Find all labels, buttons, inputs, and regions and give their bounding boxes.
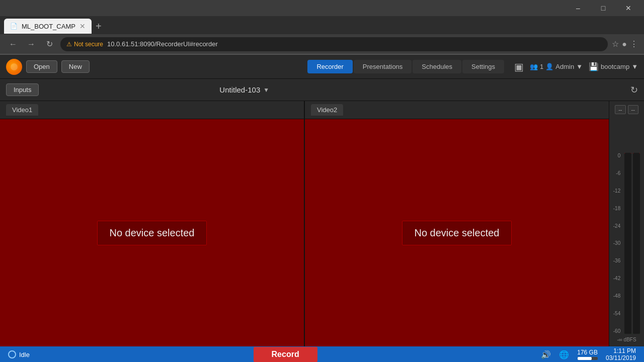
- tab-close-icon[interactable]: ✕: [79, 22, 86, 30]
- video2-no-device-box: No device selected: [402, 221, 512, 245]
- nav-server[interactable]: 💾 bootcamp ▼: [589, 62, 638, 71]
- inputs-button[interactable]: Inputs: [6, 83, 39, 96]
- tab-bar: 📄 ML_BOOT_CAMP ✕ +: [0, 16, 644, 34]
- vu-scale-60: -60: [613, 328, 620, 334]
- admin-dropdown-icon: ▼: [576, 63, 583, 70]
- video1-tab: Video1: [0, 101, 304, 119]
- address-url: 10.0.61.51:8090/RecorderUI#recorder: [107, 40, 218, 48]
- back-button[interactable]: ←: [6, 37, 20, 51]
- browser-chrome: – □ ✕ 📄 ML_BOOT_CAMP ✕ + ← → ↻ ⚠ Not sec…: [0, 0, 644, 55]
- vu-scale-6: -6: [613, 170, 620, 176]
- address-icons: ☆ ● ⋮: [612, 39, 638, 49]
- vu-bar-right: [633, 153, 640, 334]
- volume-icon[interactable]: 🔊: [541, 350, 551, 359]
- tab-favicon-icon: 📄: [10, 23, 18, 30]
- status-right: 🔊 🌐 176 GB 1:11 PM 03/11/2019: [541, 347, 636, 361]
- video1-no-device-box: No device selected: [97, 221, 207, 245]
- tab-settings[interactable]: Settings: [462, 60, 504, 73]
- title-bar: – □ ✕: [0, 0, 644, 16]
- video1-tab-label[interactable]: Video1: [6, 104, 38, 116]
- nav-tabs: Recorder Presentations Schedules Setting…: [307, 60, 504, 73]
- date-label: 03/11/2019: [606, 354, 636, 361]
- video2-no-device-text: No device selected: [415, 227, 500, 238]
- globe-icon[interactable]: 🌐: [559, 350, 569, 359]
- storage-info: 176 GB: [577, 349, 598, 360]
- recording-title: Untitled-103: [219, 85, 260, 94]
- vu-scale-0: 0: [613, 153, 620, 158]
- refresh-button[interactable]: ↻: [630, 84, 638, 96]
- top-nav: Open New Recorder Presentations Schedule…: [0, 55, 644, 79]
- video1-section: Video1 No device selected: [0, 101, 305, 346]
- user-icon: 👤: [545, 63, 553, 70]
- vu-controls: -- --: [615, 105, 638, 114]
- title-dropdown[interactable]: Untitled-103 ▼: [219, 85, 269, 94]
- bookmark-icon[interactable]: ☆: [612, 39, 619, 49]
- status-bar: Idle Record 🔊 🌐 176 GB 1:11 PM 03/11/201…: [0, 346, 644, 362]
- vu-bar-right-mask: [633, 153, 640, 334]
- idle-label: Idle: [19, 351, 30, 358]
- video1-display: No device selected: [0, 119, 304, 346]
- storage-fill: [578, 357, 592, 360]
- app: Open New Recorder Presentations Schedule…: [0, 55, 644, 362]
- server-dropdown-icon: ▼: [631, 63, 638, 70]
- tab-recorder[interactable]: Recorder: [307, 60, 352, 73]
- recorder-area: Inputs Untitled-103 ▼ ↻ Video1 No device…: [0, 79, 644, 346]
- video-vu-container: Video1 No device selected Video2: [0, 101, 644, 346]
- video2-section: Video2 No device selected: [305, 101, 609, 346]
- app-logo: [6, 59, 22, 75]
- vu-scale-36: -36: [613, 258, 620, 263]
- minimize-button[interactable]: –: [567, 0, 590, 16]
- vu-scale-30: -30: [613, 240, 620, 246]
- tab-presentations[interactable]: Presentations: [354, 60, 412, 73]
- forward-button[interactable]: →: [24, 37, 38, 51]
- address-field[interactable]: ⚠ Not secure 10.0.61.51:8090/RecorderUI#…: [60, 37, 608, 51]
- video2-tab: Video2: [305, 101, 609, 119]
- vu-scale-48: -48: [613, 293, 620, 299]
- open-button[interactable]: Open: [26, 60, 57, 73]
- storage-label: 176 GB: [577, 349, 598, 356]
- idle-icon: [8, 350, 16, 358]
- menu-icon[interactable]: ⋮: [630, 39, 638, 49]
- tab-schedules[interactable]: Schedules: [413, 60, 461, 73]
- vu-scale-24: -24: [613, 223, 620, 229]
- record-button[interactable]: Record: [254, 347, 317, 362]
- vu-scale-18: -18: [613, 206, 620, 211]
- monitor-icon[interactable]: ▣: [514, 61, 524, 73]
- vu-scale-54: -54: [613, 311, 620, 316]
- security-label: Not secure: [74, 41, 103, 48]
- title-controls: – □ ✕: [567, 0, 640, 16]
- vu-bar-left-mask: [624, 153, 631, 334]
- user-count: 1: [540, 63, 543, 70]
- vu-dbfs-label: -∞ dBFS: [617, 337, 636, 342]
- maximize-button[interactable]: □: [592, 0, 615, 16]
- vu-scale: 0 -6 -12 -18 -24 -30 -36 -42 -48 -54 -60: [613, 153, 621, 334]
- storage-bar: [578, 357, 598, 360]
- logo-inner: [11, 63, 18, 70]
- server-label: bootcamp: [601, 63, 629, 70]
- vu-meter-container: 0 -6 -12 -18 -24 -30 -36 -42 -48 -54 -60: [613, 118, 640, 334]
- vu-scale-42: -42: [613, 276, 620, 281]
- video1-no-device-text: No device selected: [110, 227, 195, 238]
- nav-user[interactable]: 👥 1 👤 Admin ▼: [530, 63, 583, 70]
- close-button[interactable]: ✕: [617, 0, 640, 16]
- user-count-icon: 👥: [530, 63, 538, 70]
- recorder-toolbar: Inputs Untitled-103 ▼ ↻: [0, 79, 644, 101]
- video2-tab-label[interactable]: Video2: [311, 104, 343, 116]
- security-warning: ⚠ Not secure: [66, 41, 103, 48]
- vu-ctrl-btn-2[interactable]: --: [628, 105, 638, 114]
- warning-icon: ⚠: [66, 41, 72, 48]
- profile-icon[interactable]: ●: [622, 40, 627, 49]
- vu-bar-left: [624, 153, 631, 334]
- vu-ctrl-btn-1[interactable]: --: [615, 105, 625, 114]
- video-panels: Video1 No device selected Video2: [0, 101, 609, 346]
- new-tab-button[interactable]: +: [92, 21, 106, 32]
- new-button[interactable]: New: [61, 60, 90, 73]
- admin-label: Admin: [555, 63, 574, 70]
- video2-display: No device selected: [305, 119, 609, 346]
- browser-tab[interactable]: 📄 ML_BOOT_CAMP ✕: [4, 19, 92, 34]
- address-bar: ← → ↻ ⚠ Not secure 10.0.61.51:8090/Recor…: [0, 34, 644, 54]
- reload-button[interactable]: ↻: [42, 37, 56, 51]
- vu-scale-12: -12: [613, 188, 620, 194]
- time-display: 1:11 PM 03/11/2019: [606, 347, 636, 361]
- title-dropdown-icon: ▼: [263, 86, 269, 94]
